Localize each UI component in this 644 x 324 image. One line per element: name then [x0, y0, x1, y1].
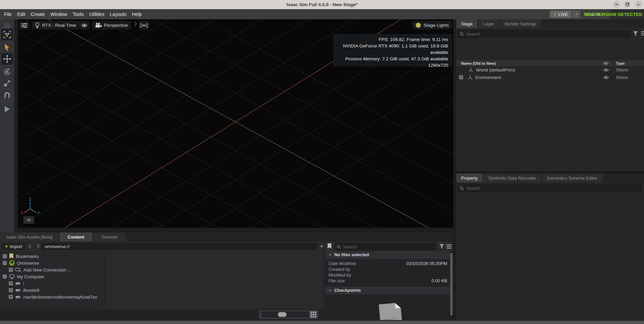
expand-icon[interactable]: + — [9, 281, 13, 285]
menu-tools[interactable]: Tools — [70, 9, 87, 19]
scale-tool-button[interactable] — [1, 78, 13, 88]
tree-item-boot-efi[interactable]: + /boot/efi — [0, 287, 105, 293]
bookmark-button[interactable] — [327, 243, 332, 249]
stage-row-environment[interactable]: + Environment Xform — [456, 74, 644, 81]
collapse-icon[interactable]: − — [3, 254, 7, 258]
tab-isaac-sim-assets[interactable]: Isaac Sim Assets [Beta] — [0, 232, 59, 241]
tab-property[interactable]: Property — [456, 174, 482, 182]
tree-item-my-computer[interactable]: − My Computer — [0, 273, 105, 280]
expand-icon[interactable]: + — [459, 75, 463, 79]
content-files-pane[interactable] — [105, 251, 324, 309]
checkpoints-header-label: Checkpoints — [334, 288, 361, 293]
expand-icon[interactable]: + — [9, 295, 13, 299]
stats-memory-line: Process Memory: 7.2 GiB used, 47.3 GiB a… — [337, 56, 448, 62]
viewport-3d[interactable]: RTX - Real-Time Perspective — [18, 19, 453, 228]
tree-item-omniverse[interactable]: − Omniverse — [0, 260, 105, 266]
gizmo-y-label: Y — [37, 211, 40, 215]
slider-handle[interactable] — [278, 312, 287, 317]
tree-item-root-drive[interactable]: + / — [0, 280, 105, 287]
tree-item-docker-overlayfs[interactable]: + /var/lib/docker/rootfs/overlayfs/ed7ec — [0, 293, 105, 300]
slider-track[interactable] — [262, 311, 309, 318]
checkpoints-header[interactable]: ▼ Checkpoints — [325, 287, 450, 294]
path-dropdown-button[interactable]: ▼ — [320, 244, 324, 248]
tab-content[interactable]: Content — [60, 232, 92, 241]
selection-header[interactable]: ▼ No files selected — [325, 251, 450, 259]
tab-layer[interactable]: Layer — [478, 19, 499, 28]
tab-stage[interactable]: Stage — [456, 19, 477, 28]
column-type[interactable]: Type — [616, 61, 625, 65]
menu-edit[interactable]: Edit — [15, 9, 28, 19]
camera-label: Perspective — [104, 23, 128, 28]
prim-name[interactable]: Environment — [475, 75, 501, 80]
panel-splitter[interactable] — [456, 171, 644, 174]
snap-tool-button[interactable] — [1, 90, 13, 101]
new-version-notice[interactable]: NEW VERSION DETECTED — [584, 12, 644, 17]
property-search[interactable] — [458, 184, 642, 192]
camera-selector[interactable]: Perspective — [92, 21, 131, 29]
menu-file[interactable]: File — [0, 9, 15, 19]
menu-help[interactable]: Help — [129, 9, 144, 19]
menu-utilities[interactable]: Utilities — [86, 9, 107, 19]
renderer-selector[interactable]: RTX - Real-Time — [32, 21, 79, 29]
stage-row-world[interactable]: World (defaultPrim) Xform — [456, 66, 644, 74]
collapse-icon[interactable]: − — [3, 261, 7, 265]
import-button[interactable]: + Import — [1, 243, 26, 250]
tab-synthetic-data-recorder[interactable]: Synthetic Data Recorder — [483, 174, 541, 182]
rotate-tool-button[interactable] — [1, 67, 13, 77]
stage-options-button[interactable] — [641, 31, 644, 36]
xform-axis-icon — [468, 75, 473, 80]
stage-filter-button[interactable] — [633, 31, 638, 36]
play-icon — [4, 105, 11, 113]
tab-console[interactable]: Console — [94, 232, 126, 241]
tab-semantics-schema-editor[interactable]: Semantics Schema Editor — [542, 174, 602, 182]
visibility-button[interactable] — [79, 21, 89, 29]
menu-layouts[interactable]: Layouts — [107, 9, 129, 19]
expand-icon[interactable]: + — [9, 288, 13, 292]
details-scrollbar[interactable] — [450, 251, 453, 320]
menu-window[interactable]: Window — [48, 9, 70, 19]
minimize-button[interactable] — [613, 1, 620, 8]
select-tool-button[interactable] — [1, 42, 13, 53]
tab-render-settings[interactable]: Render Settings — [500, 19, 541, 28]
grid-view-button[interactable] — [310, 311, 316, 318]
content-filter-button[interactable] — [439, 244, 444, 249]
filter-funnel-icon — [439, 244, 444, 249]
visibility-eye-icon[interactable] — [603, 68, 609, 72]
checkpoint-thumbnail[interactable] — [376, 299, 407, 320]
thumbnail-size-slider[interactable] — [259, 310, 318, 319]
property-search-input[interactable] — [466, 186, 640, 191]
stage-search-input[interactable] — [466, 32, 629, 37]
expand-icon[interactable]: + — [9, 268, 13, 272]
viewport-unit-badge[interactable]: m — [23, 216, 34, 224]
broadcast-button[interactable] — [139, 21, 149, 29]
visibility-eye-icon[interactable] — [603, 76, 609, 79]
back-button[interactable] — [28, 244, 33, 248]
tree-item-add-new-connection[interactable]: + Add New Connection ... — [0, 266, 105, 273]
play-button[interactable] — [1, 104, 13, 114]
collapse-icon[interactable]: − — [3, 275, 7, 279]
broadcast-icon — [140, 23, 148, 28]
selection-mode-button[interactable] — [1, 29, 13, 40]
forward-button[interactable] — [35, 244, 40, 248]
path-input[interactable] — [41, 244, 318, 249]
live-button[interactable]: ⚡ LIVE — [550, 11, 572, 18]
stage-column-header[interactable]: Name (Old to New) Type — [456, 60, 644, 66]
restore-button[interactable] — [624, 1, 631, 8]
stage-lights-button[interactable]: Stage Lights — [412, 21, 452, 29]
content-options-button[interactable] — [446, 244, 452, 249]
menu-create[interactable]: Create — [28, 9, 48, 19]
stage-search[interactable] — [458, 30, 631, 38]
content-search[interactable] — [335, 243, 436, 251]
live-dropdown-button[interactable]: ▼ — [572, 11, 580, 18]
column-name[interactable]: Name (Old to New) — [456, 61, 496, 65]
viewport-settings-button[interactable] — [19, 21, 29, 29]
move-tool-button[interactable] — [1, 53, 13, 65]
drive-icon — [15, 295, 21, 299]
prim-name[interactable]: World (defaultPrim) — [476, 67, 515, 73]
scrollbar-thumb[interactable] — [450, 253, 453, 316]
renderer-label: RTX - Real-Time — [42, 23, 76, 28]
tree-item-bookmarks[interactable]: − Bookmarks — [0, 253, 105, 260]
path-bar[interactable] — [41, 243, 318, 250]
close-button[interactable]: × — [635, 1, 642, 8]
content-search-input[interactable] — [343, 244, 434, 249]
